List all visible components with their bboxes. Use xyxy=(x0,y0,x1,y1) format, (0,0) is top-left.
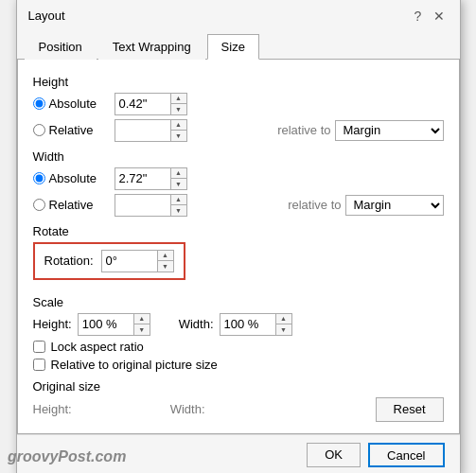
original-height-label: Height: xyxy=(33,402,72,416)
height-relative-spinner: ▲ ▼ xyxy=(115,119,187,142)
close-button[interactable]: ✕ xyxy=(430,7,449,26)
scale-width-label: Width: xyxy=(179,317,214,331)
rotation-box: Rotation: ▲ ▼ xyxy=(33,242,185,280)
scale-label: Scale xyxy=(33,295,444,309)
width-absolute-down[interactable]: ▼ xyxy=(171,179,186,189)
lock-aspect-label: Lock aspect ratio xyxy=(51,340,144,354)
scale-width-input[interactable] xyxy=(220,314,275,335)
dialog-content: Height Absolute ▲ ▼ Relative xyxy=(17,60,460,434)
original-width-item: Width: xyxy=(170,402,266,416)
height-absolute-up[interactable]: ▲ xyxy=(171,94,186,104)
height-relative-radio[interactable] xyxy=(33,124,45,136)
cancel-button[interactable]: Cancel xyxy=(368,443,444,467)
height-relative-input[interactable] xyxy=(115,120,170,141)
width-absolute-up[interactable]: ▲ xyxy=(171,168,186,179)
rotation-input[interactable] xyxy=(102,251,157,272)
scale-section: Scale Height: ▲ ▼ Width: xyxy=(33,295,444,372)
height-absolute-input[interactable] xyxy=(115,94,170,114)
reset-button[interactable]: Reset xyxy=(376,397,444,422)
height-absolute-radio[interactable] xyxy=(33,97,45,110)
tab-bar: Position Text Wrapping Size xyxy=(17,29,460,60)
width-relative-spinner: ▲ ▼ xyxy=(115,194,187,217)
relative-original-checkbox[interactable] xyxy=(33,359,45,371)
width-relative-down[interactable]: ▼ xyxy=(171,205,186,216)
scale-height-up[interactable]: ▲ xyxy=(134,314,150,324)
height-absolute-down[interactable]: ▼ xyxy=(171,104,186,114)
width-relative-up[interactable]: ▲ xyxy=(171,195,186,205)
scale-height-spinner: ▲ ▼ xyxy=(78,313,150,336)
rotation-spinner: ▲ ▼ xyxy=(101,250,174,272)
height-section: Height Absolute ▲ ▼ Relative xyxy=(33,75,444,142)
width-margin-dropdown[interactable]: Margin Page Left Margin Right Margin xyxy=(345,195,444,216)
original-section: Original size Height: Width: Reset xyxy=(33,379,444,422)
reset-group: Reset xyxy=(376,397,444,422)
width-section: Width Absolute ▲ ▼ Relative xyxy=(33,149,444,217)
height-absolute-radio-label[interactable]: Absolute xyxy=(33,96,109,111)
width-absolute-input[interactable] xyxy=(115,168,170,189)
width-absolute-spinner: ▲ ▼ xyxy=(115,167,187,190)
original-label: Original size xyxy=(33,379,444,394)
width-relative-to-label: relative to xyxy=(288,198,341,212)
scale-row: Height: ▲ ▼ Width: ▲ xyxy=(33,313,444,336)
scale-height-item: Height: ▲ ▼ xyxy=(33,313,150,336)
help-button[interactable]: ? xyxy=(409,7,428,26)
width-absolute-row: Absolute ▲ ▼ xyxy=(33,167,444,190)
dialog-footer: OK Cancel xyxy=(17,434,460,474)
dialog-title: Layout xyxy=(28,9,65,23)
original-height-item: Height: xyxy=(33,402,132,416)
rotation-down[interactable]: ▼ xyxy=(158,261,173,272)
height-relative-to-label: relative to xyxy=(277,123,330,137)
title-bar: Layout ? ✕ xyxy=(17,0,460,29)
lock-aspect-row: Lock aspect ratio xyxy=(33,340,444,354)
original-row: Height: Width: Reset xyxy=(33,397,444,422)
width-relative-row: Relative ▲ ▼ relative to Margin Page Lef… xyxy=(33,194,444,217)
height-relative-up[interactable]: ▲ xyxy=(171,120,186,131)
lock-aspect-checkbox[interactable] xyxy=(33,341,45,353)
scale-width-item: Width: ▲ ▼ xyxy=(179,313,292,336)
scale-height-label: Height: xyxy=(33,317,72,331)
original-width-label: Width: xyxy=(170,402,205,416)
height-margin-dropdown[interactable]: Margin Page Top Margin Bottom Margin xyxy=(335,120,444,141)
rotate-section: Rotate Rotation: ▲ ▼ xyxy=(33,224,444,288)
scale-width-spinner: ▲ ▼ xyxy=(220,313,292,336)
scale-height-input[interactable] xyxy=(79,314,133,335)
width-relative-radio-label[interactable]: Relative xyxy=(33,198,109,212)
tab-size[interactable]: Size xyxy=(207,34,259,60)
width-relative-radio[interactable] xyxy=(33,199,45,211)
height-relative-radio-label[interactable]: Relative xyxy=(33,123,109,137)
width-absolute-radio-label[interactable]: Absolute xyxy=(33,171,109,185)
rotate-label: Rotate xyxy=(33,224,444,238)
ok-button[interactable]: OK xyxy=(307,443,361,467)
scale-height-down[interactable]: ▼ xyxy=(134,324,150,335)
layout-dialog: Layout ? ✕ Position Text Wrapping Size H… xyxy=(16,0,461,473)
footer-buttons: OK Cancel xyxy=(307,443,444,467)
height-absolute-row: Absolute ▲ ▼ xyxy=(33,93,444,115)
title-buttons: ? ✕ xyxy=(409,7,449,26)
tab-position[interactable]: Position xyxy=(25,34,97,60)
tab-text-wrapping[interactable]: Text Wrapping xyxy=(98,34,205,60)
width-relative-input[interactable] xyxy=(115,195,170,216)
rotation-label: Rotation: xyxy=(44,254,94,268)
relative-original-label: Relative to original picture size xyxy=(51,358,218,372)
height-absolute-spinner: ▲ ▼ xyxy=(115,93,187,115)
scale-width-up[interactable]: ▲ xyxy=(276,314,291,324)
rotation-up[interactable]: ▲ xyxy=(158,251,173,261)
relative-original-row: Relative to original picture size xyxy=(33,358,444,372)
width-label: Width xyxy=(33,149,444,164)
height-label: Height xyxy=(33,75,444,89)
width-relative-to-group: relative to Margin Page Left Margin Righ… xyxy=(284,195,443,216)
height-relative-to-group: relative to Margin Page Top Margin Botto… xyxy=(273,120,443,141)
width-absolute-radio[interactable] xyxy=(33,172,45,184)
height-relative-down[interactable]: ▼ xyxy=(171,131,186,141)
scale-width-down[interactable]: ▼ xyxy=(276,324,291,335)
height-relative-row: Relative ▲ ▼ relative to Margin Page Top… xyxy=(33,119,444,142)
